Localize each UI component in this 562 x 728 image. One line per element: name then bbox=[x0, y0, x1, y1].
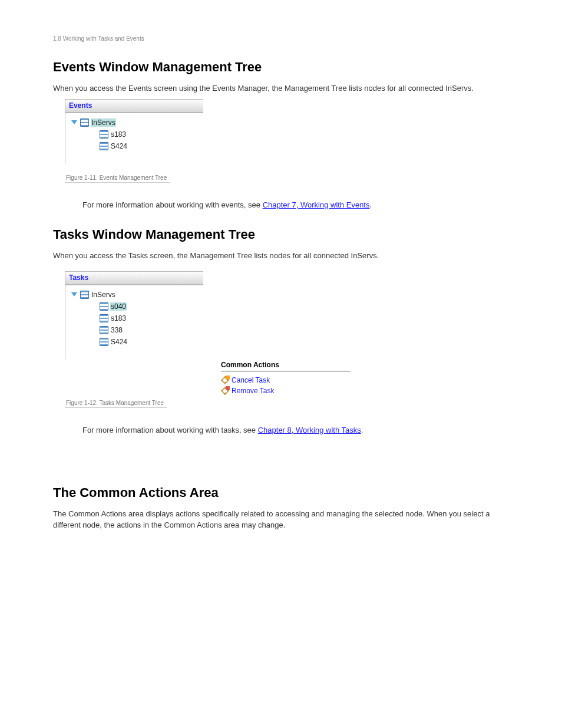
events-more-info: For more information about working with … bbox=[82, 200, 509, 209]
tree-root-inservs[interactable]: InServs bbox=[68, 289, 201, 301]
tasks-section-heading: Tasks Window Management Tree bbox=[53, 227, 509, 242]
tasks-panel-title: Tasks bbox=[65, 271, 203, 285]
tree-root-inservs[interactable]: InServs bbox=[68, 117, 201, 129]
events-section-heading: Events Window Management Tree bbox=[53, 60, 509, 75]
tree-item-label: S424 bbox=[110, 142, 128, 150]
events-section-intro: When you access the Events screen using … bbox=[53, 83, 509, 94]
tree-item-label: s183 bbox=[110, 130, 127, 139]
tree-root-label: InServs bbox=[91, 291, 116, 299]
tree-item[interactable]: s183 bbox=[68, 129, 201, 140]
tree-item-label: s040 bbox=[110, 302, 127, 311]
collapse-toggle-icon[interactable] bbox=[71, 292, 77, 297]
common-actions-panel: Common Actions Cancel Task Remove Task bbox=[221, 361, 351, 396]
events-tree[interactable]: InServs s183 S424 bbox=[65, 113, 203, 164]
system-icon bbox=[80, 118, 89, 127]
system-icon bbox=[80, 291, 89, 299]
tasks-more-post: . bbox=[361, 426, 363, 434]
tasks-more-pre: For more information about working with … bbox=[82, 426, 258, 434]
tree-item-label: 338 bbox=[110, 326, 123, 334]
events-more-pre: For more information about working with … bbox=[82, 200, 263, 209]
warn-badge-icon bbox=[226, 375, 230, 380]
tree-item-label: S424 bbox=[110, 338, 128, 346]
action-remove-task[interactable]: Remove Task bbox=[221, 386, 351, 396]
tasks-chapter-link[interactable]: Chapter 8, Working with Tasks bbox=[258, 426, 361, 434]
delete-badge-icon bbox=[226, 386, 230, 390]
system-icon bbox=[100, 338, 108, 346]
system-icon bbox=[100, 302, 108, 311]
events-panel-title: Events bbox=[65, 99, 203, 113]
tree-item[interactable]: S424 bbox=[68, 336, 201, 348]
action-cancel-task[interactable]: Cancel Task bbox=[221, 375, 351, 386]
tree-item[interactable]: S424 bbox=[68, 140, 201, 152]
tree-item[interactable]: 338 bbox=[68, 324, 201, 336]
common-actions-area-heading: The Common Actions Area bbox=[53, 485, 509, 500]
gear-warn-icon bbox=[221, 376, 229, 384]
running-header: 1.8 Working with Tasks and Events bbox=[53, 35, 509, 42]
system-icon bbox=[100, 142, 108, 150]
tree-item-label: s183 bbox=[110, 314, 127, 322]
tree-root-label: InServs bbox=[91, 118, 116, 127]
tasks-tree[interactable]: InServs s040 s183 338 bbox=[65, 285, 203, 360]
system-icon bbox=[100, 130, 108, 139]
tasks-section-intro: When you access the Tasks screen, the Ma… bbox=[53, 251, 509, 262]
events-tree-panel: Events InServs s183 S424 bbox=[65, 99, 203, 164]
collapse-toggle-icon[interactable] bbox=[71, 120, 77, 124]
gear-delete-icon bbox=[221, 387, 229, 395]
tasks-tree-panel: Tasks InServs s040 s183 bbox=[65, 271, 203, 360]
events-figure-caption: Figure 1-11. Events Management Tree bbox=[65, 174, 170, 183]
common-actions-area-body: The Common Actions area displays actions… bbox=[53, 509, 509, 531]
tree-item[interactable]: s040 bbox=[68, 301, 201, 312]
tasks-more-info: For more information about working with … bbox=[82, 426, 509, 434]
action-label: Remove Task bbox=[232, 387, 274, 395]
events-chapter-link[interactable]: Chapter 7, Working with Events bbox=[263, 200, 370, 209]
events-more-post: . bbox=[369, 200, 372, 209]
tree-item[interactable]: s183 bbox=[68, 312, 201, 324]
tasks-figure-caption: Figure 1-12. Tasks Management Tree bbox=[65, 400, 167, 408]
system-icon bbox=[100, 314, 108, 322]
action-label: Cancel Task bbox=[232, 376, 270, 384]
common-actions-heading: Common Actions bbox=[221, 361, 351, 371]
system-icon bbox=[100, 326, 108, 334]
